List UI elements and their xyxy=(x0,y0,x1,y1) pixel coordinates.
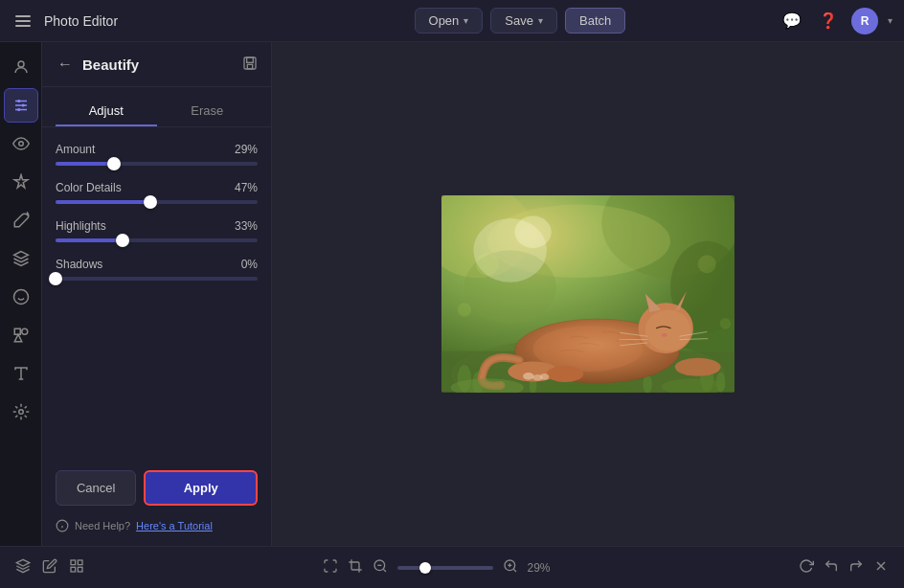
close-icon[interactable] xyxy=(873,558,889,577)
svg-rect-66 xyxy=(71,567,76,572)
edit-bottom-icon[interactable] xyxy=(42,558,57,577)
svg-point-55 xyxy=(458,304,471,317)
apply-button[interactable]: Apply xyxy=(144,470,258,506)
svg-rect-18 xyxy=(247,64,252,69)
svg-line-69 xyxy=(383,569,386,572)
batch-button[interactable]: Batch xyxy=(565,8,625,34)
sliders-area: Amount 29% Color Details 47% xyxy=(42,127,271,470)
topbar-right: 💬 ❓ R ▾ xyxy=(779,8,893,34)
zoom-out-button[interactable] xyxy=(373,558,388,577)
color-details-slider-track[interactable] xyxy=(56,200,258,204)
zoom-level: 29% xyxy=(528,561,561,575)
grid-bottom-icon[interactable] xyxy=(69,558,84,577)
save-button[interactable]: Save ▾ xyxy=(490,8,557,34)
highlights-slider-track[interactable] xyxy=(56,238,258,242)
help-button[interactable]: ❓ xyxy=(815,8,842,34)
zoom-slider[interactable] xyxy=(397,566,493,570)
bottom-bar: 29% xyxy=(0,546,904,588)
svg-point-4 xyxy=(17,100,20,102)
shadows-value: 0% xyxy=(241,258,258,271)
svg-rect-65 xyxy=(78,560,82,565)
crop-button[interactable] xyxy=(348,558,363,577)
sidebar-icon-magic[interactable] xyxy=(4,165,38,199)
svg-rect-67 xyxy=(78,567,82,572)
tutorial-link[interactable]: Here's a Tutorial xyxy=(136,520,213,531)
user-avatar[interactable]: R xyxy=(851,8,878,34)
bottom-right xyxy=(799,558,889,577)
svg-point-52 xyxy=(547,366,583,382)
chat-button[interactable]: 💬 xyxy=(779,8,805,34)
bottom-left xyxy=(15,558,84,577)
panel-header: ← Beautify xyxy=(42,42,271,87)
redo-icon[interactable] xyxy=(848,558,864,577)
sidebar-icon-adjustments[interactable] xyxy=(4,88,38,123)
fit-button[interactable] xyxy=(323,558,338,577)
svg-point-8 xyxy=(13,290,28,305)
zoom-in-button[interactable] xyxy=(503,558,518,577)
panel: ← Beautify Adjust Erase Amount xyxy=(42,42,272,546)
panel-buttons: Cancel Apply xyxy=(42,470,271,519)
svg-point-15 xyxy=(18,410,23,415)
svg-point-5 xyxy=(21,104,24,107)
canvas-area xyxy=(272,42,904,546)
undo-icon[interactable] xyxy=(824,558,839,577)
layers-bottom-icon[interactable] xyxy=(15,558,31,577)
svg-rect-64 xyxy=(71,560,76,565)
amount-slider-row: Amount 29% xyxy=(56,143,258,166)
svg-point-40 xyxy=(645,310,691,351)
svg-point-12 xyxy=(21,328,27,334)
shadows-slider-row: Shadows 0% xyxy=(56,258,258,281)
highlights-value: 33% xyxy=(235,219,258,233)
icon-sidebar xyxy=(0,42,42,546)
svg-point-27 xyxy=(515,216,552,248)
topbar: Photo Editor Open ▾ Save ▾ Batch 💬 ❓ R ▾ xyxy=(0,0,904,42)
refresh-icon[interactable] xyxy=(799,558,814,577)
amount-slider-fill xyxy=(56,162,114,166)
menu-icon[interactable] xyxy=(11,11,34,31)
app-title: Photo Editor xyxy=(44,13,118,29)
user-chevron: ▾ xyxy=(888,15,893,26)
shadows-slider-thumb[interactable] xyxy=(49,272,62,285)
amount-slider-track[interactable] xyxy=(56,162,258,166)
sidebar-icon-text[interactable] xyxy=(4,356,38,391)
highlights-slider-fill xyxy=(56,238,123,242)
svg-point-63 xyxy=(540,373,550,380)
amount-value: 29% xyxy=(235,143,258,156)
cancel-button[interactable]: Cancel xyxy=(56,470,136,506)
shadows-slider-track[interactable] xyxy=(56,277,258,281)
svg-point-57 xyxy=(720,318,731,328)
help-text: Need Help? xyxy=(75,520,130,531)
highlights-slider-thumb[interactable] xyxy=(116,234,129,247)
svg-point-0 xyxy=(18,61,24,67)
sidebar-icon-sticker[interactable] xyxy=(4,280,38,314)
color-details-value: 47% xyxy=(235,181,258,194)
image-container xyxy=(441,195,734,393)
color-details-slider-row: Color Details 47% xyxy=(56,181,258,204)
main-area: ← Beautify Adjust Erase Amount xyxy=(0,42,904,546)
color-details-slider-thumb[interactable] xyxy=(144,195,157,209)
highlights-slider-row: Highlights 33% xyxy=(56,219,258,242)
svg-rect-17 xyxy=(247,57,254,62)
tab-erase[interactable]: Erase xyxy=(157,97,259,126)
open-chevron: ▾ xyxy=(463,15,468,26)
panel-help: Need Help? Here's a Tutorial xyxy=(42,519,271,546)
svg-line-72 xyxy=(513,569,516,572)
zoom-slider-thumb[interactable] xyxy=(419,562,431,574)
save-chevron: ▾ xyxy=(538,15,543,26)
sidebar-icon-effects[interactable] xyxy=(4,395,38,429)
sidebar-icon-person[interactable] xyxy=(4,50,38,84)
amount-slider-thumb[interactable] xyxy=(107,157,121,170)
sidebar-icon-shapes[interactable] xyxy=(4,318,38,352)
svg-point-53 xyxy=(675,358,721,376)
open-button[interactable]: Open ▾ xyxy=(415,8,484,34)
bottom-center: 29% xyxy=(96,558,787,577)
panel-save-icon[interactable] xyxy=(242,56,258,74)
panel-tabs: Adjust Erase xyxy=(42,87,271,127)
sidebar-icon-layers[interactable] xyxy=(4,241,38,276)
svg-point-56 xyxy=(698,255,716,273)
sidebar-icon-eye[interactable] xyxy=(4,126,38,161)
sidebar-icon-brush[interactable] xyxy=(4,203,38,237)
panel-back-button[interactable]: ← xyxy=(56,54,75,75)
svg-point-50 xyxy=(662,333,667,337)
tab-adjust[interactable]: Adjust xyxy=(56,97,157,126)
